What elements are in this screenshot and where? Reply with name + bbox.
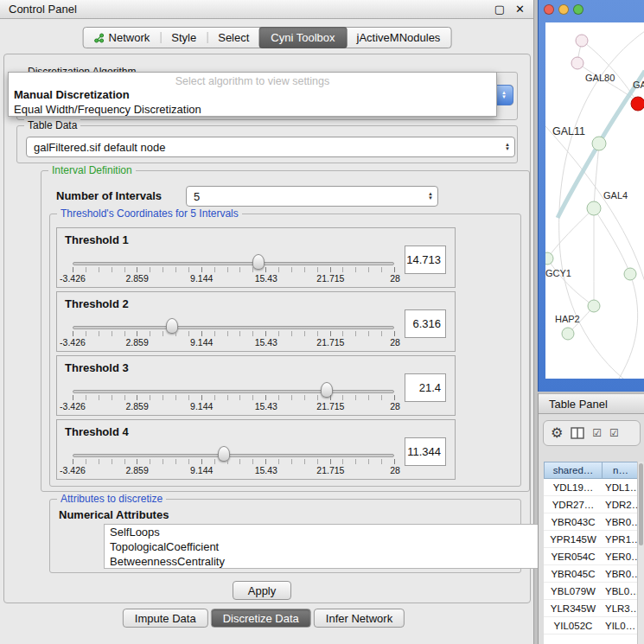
application-window: Control Panel ▢ ✕ Network Style	[0, 0, 644, 644]
scale-label: 15.43	[255, 401, 277, 411]
table-row[interactable]: YIL052C YIL0…	[544, 617, 640, 634]
threshold-2-value-field[interactable]: 6.316	[405, 309, 446, 338]
dropdown-option-manual[interactable]: Manual Discretization	[9, 87, 496, 102]
network-node[interactable]	[592, 137, 606, 150]
threshold-3-value-field[interactable]: 21.4	[405, 373, 446, 402]
close-traffic-icon[interactable]	[544, 4, 554, 15]
table-vertical-scrollbar[interactable]	[637, 462, 644, 644]
close-icon[interactable]: ✕	[515, 3, 525, 16]
network-node[interactable]	[587, 201, 601, 215]
slider-track[interactable]	[73, 262, 394, 265]
slider-scale-labels: -3.426 2.859 9.144 15.43 21.715 28	[73, 465, 395, 476]
list-item[interactable]: TopologicalCoefficient	[105, 539, 554, 554]
slider-track[interactable]	[73, 454, 394, 457]
network-canvas[interactable]: GAL80 GA GAL11 GAL4 GCY1 HAP2	[545, 22, 644, 379]
combobox-stepper-icon[interactable]: ▲ ▼	[428, 192, 433, 201]
top-tab-bar: Network Style Select Cyni Toolbox jActiv…	[83, 27, 452, 48]
number-of-intervals-combobox[interactable]: 5 ▲ ▼	[186, 186, 438, 207]
scale-label: 2.859	[125, 465, 148, 475]
tab-jactivemnodules[interactable]: jActiveMNodules	[347, 28, 451, 48]
cell-name[interactable]: YDL1…	[603, 479, 640, 495]
tab-network[interactable]: Network	[84, 28, 161, 48]
cell-name[interactable]: YPR1…	[603, 531, 640, 547]
minimize-traffic-icon[interactable]	[558, 4, 569, 15]
network-view-window: GAL80 GA GAL11 GAL4 GCY1 HAP2	[538, 0, 644, 392]
column-header-shared-name[interactable]: shared…	[544, 462, 603, 479]
network-icon	[94, 33, 105, 43]
tab-infer-network[interactable]: Infer Network	[314, 609, 405, 628]
combobox-stepper-icon[interactable]: ▲ ▼	[494, 85, 513, 105]
cell-name[interactable]: YBR0…	[603, 565, 640, 582]
cell-name[interactable]: YIL0…	[603, 617, 640, 634]
cell-shared-name[interactable]: YDR27…	[544, 496, 603, 513]
network-node[interactable]	[588, 300, 600, 312]
dropdown-option-equal-width[interactable]: Equal Width/Frequency Discretization	[9, 102, 496, 117]
cell-name[interactable]: YER0…	[603, 548, 640, 564]
scale-label: 21.715	[316, 273, 344, 284]
slider-scale-labels: -3.426 2.859 9.144 15.43 21.715 28	[73, 337, 395, 348]
cell-shared-name[interactable]: YIL052C	[544, 617, 603, 634]
table-row[interactable]: YBR043C YBR0…	[544, 513, 640, 531]
cell-name[interactable]: YBR0…	[603, 513, 640, 530]
cell-name[interactable]: YLR3…	[603, 600, 640, 616]
float-window-icon[interactable]: ▢	[494, 3, 505, 16]
list-item[interactable]: SelfLoops	[105, 525, 554, 539]
node-label: GAL11	[552, 125, 585, 137]
slider-track[interactable]	[73, 390, 394, 393]
cell-shared-name[interactable]: YDL19…	[544, 479, 603, 495]
combobox-stepper-icon[interactable]: ▲ ▼	[505, 143, 510, 151]
threshold-label: Threshold 2	[65, 297, 129, 310]
table-row[interactable]: YER054C YER0…	[544, 548, 640, 565]
threshold-1-value-field[interactable]: 14.713	[405, 245, 446, 274]
cell-shared-name[interactable]: YPR145W	[544, 531, 603, 547]
checkbox-icon[interactable]: ☑	[592, 428, 602, 438]
table-row[interactable]: YPR145W YPR1…	[544, 531, 640, 548]
tab-select[interactable]: Select	[207, 28, 259, 48]
scale-label: 28	[390, 273, 400, 284]
network-node[interactable]	[571, 57, 583, 69]
scrollbar-thumb[interactable]	[639, 463, 643, 545]
list-item[interactable]: BetweennessCentrality	[105, 554, 554, 569]
threshold-1-panel: Threshold 1 -3.426 2.859 9.144 15.43 21.…	[56, 227, 456, 288]
table-panel: Table Panel ⚙ ☑ ☑ shared… n… YDL19… YDL1…	[538, 393, 644, 644]
network-node[interactable]	[576, 35, 588, 47]
table-data-group: Table Data galFiltered.sif default node …	[16, 125, 518, 163]
tab-impute-data[interactable]: Impute Data	[123, 609, 208, 628]
gear-icon[interactable]: ⚙	[551, 426, 563, 440]
table-row[interactable]: YDR27… YDR2…	[544, 496, 640, 513]
network-node[interactable]	[545, 252, 553, 265]
slider-tick-marks	[73, 331, 395, 336]
scale-label: 15.43	[255, 465, 277, 475]
tab-style[interactable]: Style	[161, 28, 207, 48]
column-header-name[interactable]: n…	[603, 462, 640, 479]
table-row[interactable]: YLR345W YLR3…	[544, 600, 640, 617]
numerical-attributes-list[interactable]: SelfLoops TopologicalCoefficient Between…	[104, 524, 555, 569]
cell-shared-name[interactable]: YLR345W	[544, 600, 603, 616]
tab-discretize-data[interactable]: Discretize Data	[211, 609, 311, 628]
zoom-traffic-icon[interactable]	[573, 4, 583, 15]
tab-network-label: Network	[109, 31, 150, 44]
cell-shared-name[interactable]: YBR045C	[544, 565, 603, 582]
network-node[interactable]	[562, 328, 574, 340]
slider-tick-marks	[73, 459, 395, 464]
scale-label: 28	[390, 401, 400, 411]
slider-track[interactable]	[73, 326, 394, 329]
table-data-selected-value: galFiltered.sif default node	[34, 141, 165, 154]
columns-icon[interactable]	[571, 427, 584, 439]
cell-name[interactable]: YBL0…	[603, 583, 640, 599]
network-node[interactable]	[624, 268, 636, 280]
cell-name[interactable]: YDR2…	[603, 496, 640, 513]
cell-shared-name[interactable]: YBR043C	[544, 513, 603, 530]
apply-button[interactable]: Apply	[233, 581, 291, 600]
cell-shared-name[interactable]: YBL079W	[544, 583, 603, 599]
table-row[interactable]: YBL079W YBL0…	[544, 583, 640, 600]
cell-shared-name[interactable]: YER054C	[544, 548, 603, 564]
tab-cyni-toolbox[interactable]: Cyni Toolbox	[258, 27, 347, 48]
selected-red-node[interactable]	[631, 97, 644, 111]
table-row[interactable]: YDL19… YDL1…	[544, 479, 640, 496]
table-row[interactable]: YBR045C YBR0…	[544, 565, 640, 583]
table-data-combobox[interactable]: galFiltered.sif default node ▲ ▼	[26, 137, 515, 157]
threshold-4-value-field[interactable]: 11.344	[405, 437, 446, 466]
checkbox-icon[interactable]: ☑	[609, 428, 619, 438]
scale-label: -3.426	[60, 465, 86, 475]
